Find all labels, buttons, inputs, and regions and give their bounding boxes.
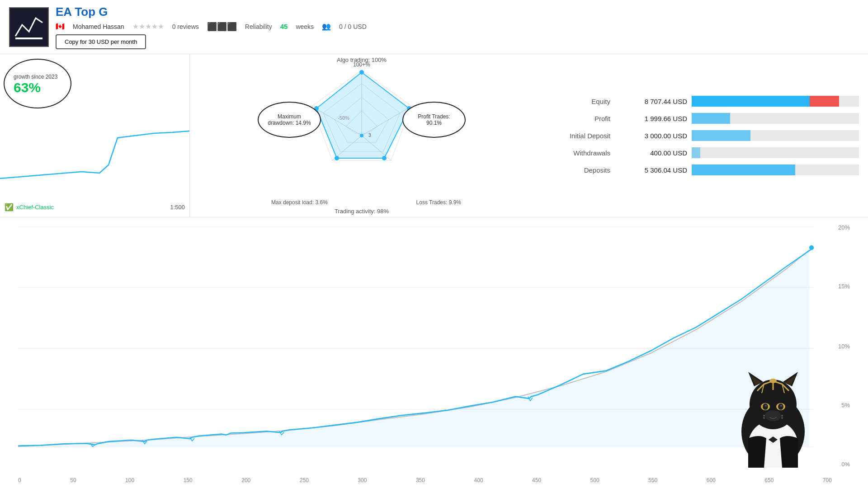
svg-point-47 <box>780 405 782 407</box>
leverage: 1:500 <box>170 204 185 211</box>
app-title: EA Top G <box>56 5 367 19</box>
withdrawals-bar <box>692 147 700 158</box>
panther-svg <box>723 341 823 468</box>
profit-trades-label: Profit Trades: 90.1% <box>411 113 457 126</box>
x-600: 600 <box>707 477 716 483</box>
logo-svg <box>13 11 45 43</box>
broker-row: ✅ xChief-Classic 1:500 <box>5 203 185 211</box>
reviews-count: 0 reviews <box>172 23 199 30</box>
deposits-bar-container <box>692 164 859 175</box>
withdrawals-bar-container <box>692 147 859 158</box>
y-axis-0: 0% <box>841 461 850 468</box>
growth-value: 63% <box>14 80 59 95</box>
max-drawdown-bubble: Maximum drawdown: 14.9% <box>258 102 321 138</box>
svg-rect-1 <box>15 38 42 39</box>
stars: ★★★★★ <box>132 22 164 31</box>
trading-activity-label: Trading activity: 98% <box>335 208 389 215</box>
max-drawdown-label: Maximum drawdown: 14.9% <box>267 113 312 126</box>
svg-point-12 <box>359 70 364 75</box>
initial-deposit-label: Initial Deposit <box>542 132 610 140</box>
withdrawals-value: 400.00 USD <box>615 149 687 157</box>
svg-point-44 <box>763 404 768 410</box>
svg-point-49 <box>765 410 781 421</box>
profit-bar-container <box>692 113 859 124</box>
profit-label: Profit <box>542 115 610 122</box>
growth-bubble: growth since 2023 63% <box>4 59 71 108</box>
initial-deposit-bar-container <box>692 130 859 141</box>
x-700: 700 <box>823 477 832 483</box>
panther-mascot <box>723 341 823 468</box>
copy-button[interactable]: Copy for 30 USD per month <box>56 34 146 49</box>
check-icon: ✅ <box>5 203 14 211</box>
svg-text:-50%: -50% <box>338 115 349 121</box>
profit-bar <box>692 113 730 124</box>
svg-point-15 <box>335 156 339 160</box>
withdrawals-row: Withdrawals 400.00 USD <box>542 147 859 158</box>
broker-label: xChief-Classic <box>16 204 54 211</box>
svg-point-17 <box>360 134 363 137</box>
broker-name: ✅ xChief-Classic <box>5 203 54 211</box>
x-100: 100 <box>125 477 134 483</box>
middle-section: 100+% 50% 3 -50% Algo trading: 100% Maxi… <box>190 54 533 217</box>
x-150: 150 <box>184 477 193 483</box>
x-500: 500 <box>590 477 599 483</box>
x-550: 550 <box>648 477 657 483</box>
svg-marker-11 <box>316 72 409 158</box>
svg-point-46 <box>765 405 767 407</box>
left-section: growth since 2023 63% ✅ xChief-Classic 1… <box>0 54 190 217</box>
x-300: 300 <box>358 477 367 483</box>
svg-point-51 <box>763 417 765 419</box>
svg-text:3: 3 <box>368 133 371 138</box>
users-count: 0 / 0 USD <box>339 23 367 30</box>
profit-value: 1 999.66 USD <box>615 115 687 122</box>
svg-point-53 <box>781 417 783 419</box>
users-icon: 👥 <box>322 22 331 31</box>
svg-point-52 <box>781 415 783 417</box>
y-axis-20: 20% <box>838 224 850 231</box>
x-400: 400 <box>474 477 483 483</box>
stats-section: Equity 8 707.44 USD Profit 1 999.66 USD … <box>533 54 868 217</box>
equity-label: Equity <box>542 98 610 105</box>
bottom-chart <box>18 222 832 465</box>
initial-deposit-bar <box>692 130 750 141</box>
growth-label: growth since 2023 <box>14 74 59 80</box>
deposits-value: 5 306.04 USD <box>615 166 687 174</box>
equity-bar <box>692 96 839 107</box>
svg-point-14 <box>382 156 387 160</box>
svg-point-45 <box>778 404 783 410</box>
bottom-section: 20% 15% 10% 5% 0% 0 50 100 150 200 250 3… <box>0 217 868 488</box>
header: EA Top G 🇨🇦 Mohamed Hassan ★★★★★ 0 revie… <box>0 0 868 54</box>
weeks-value: 45 <box>280 23 288 30</box>
y-axis-10: 10% <box>838 343 850 350</box>
initial-deposit-row: Initial Deposit 3 000.00 USD <box>542 130 859 141</box>
deposits-row: Deposits 5 306.04 USD <box>542 164 859 175</box>
author-name: Mohamed Hassan <box>73 23 124 30</box>
x-200: 200 <box>241 477 250 483</box>
deposits-bar <box>692 164 795 175</box>
radar-container: 100+% 50% 3 -50% Algo trading: 100% Maxi… <box>258 56 466 215</box>
equity-value: 8 707.44 USD <box>615 98 687 105</box>
x-axis-labels: 0 50 100 150 200 250 300 350 400 450 500… <box>18 477 832 483</box>
profit-trades-bubble: Profit Trades: 90.1% <box>402 102 466 138</box>
x-350: 350 <box>416 477 425 483</box>
y-axis-5: 5% <box>841 402 850 408</box>
author-flag: 🇨🇦 <box>56 22 65 31</box>
x-50: 50 <box>70 477 76 483</box>
initial-deposit-value: 3 000.00 USD <box>615 132 687 140</box>
reliability-icon: ⬛⬛⬛ <box>207 22 237 32</box>
withdrawals-label: Withdrawals <box>542 149 610 157</box>
loss-trades-label: Loss Trades: 9.9% <box>416 199 461 206</box>
weeks-label: weeks <box>296 23 314 30</box>
x-450: 450 <box>532 477 541 483</box>
app-logo <box>9 7 49 47</box>
y-axis-15: 15% <box>838 283 850 290</box>
x-250: 250 <box>300 477 309 483</box>
algo-trading-label: Algo trading: 100% <box>337 56 387 63</box>
x-0: 0 <box>18 477 21 483</box>
deposits-label: Deposits <box>542 166 610 174</box>
svg-point-41 <box>769 379 777 383</box>
reliability-label: Reliability <box>245 23 272 30</box>
equity-row: Equity 8 707.44 USD <box>542 96 859 107</box>
max-deposit-label: Max deposit load: 3.6% <box>271 199 328 206</box>
profit-row: Profit 1 999.66 USD <box>542 113 859 124</box>
